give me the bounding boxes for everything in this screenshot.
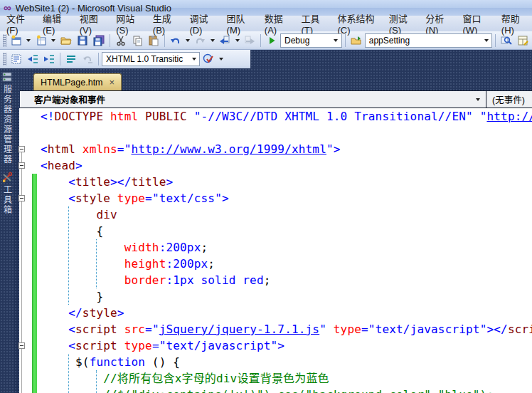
code-line[interactable]: <head>: [14, 157, 532, 174]
save-all-icon: [93, 35, 105, 46]
combo-dropdown[interactable]: [331, 34, 341, 47]
add-new-item-icon: [36, 35, 47, 46]
undo-format-icon: [82, 53, 93, 65]
code-line[interactable]: //将所有包含x字母的div设置背景色为蓝色: [14, 370, 532, 387]
navigate-backward-button[interactable]: [217, 33, 233, 48]
standard-toolbar: Debug appSetting: [0, 31, 532, 50]
cut-button[interactable]: [113, 33, 129, 48]
redo-arrow-icon: [194, 35, 206, 46]
new-project-icon: [11, 35, 22, 46]
paste-button[interactable]: [146, 33, 161, 48]
code-line[interactable]: <!DOCTYPE html PUBLIC "-//W3C//DTD XHTML…: [14, 108, 532, 125]
menu-bar: 文件(F) 编辑(E) 视图(V) 网站(S) 生成(B) 调试(D) 团队(M…: [0, 16, 532, 31]
toolbar-grip[interactable]: [3, 34, 6, 47]
html-source-editing-toolbar: XHTML 1.0 Transitic: [0, 50, 250, 68]
target-schema-value: XHTML 1.0 Transitic: [106, 54, 188, 64]
combo-dropdown[interactable]: [481, 34, 491, 47]
toolbar-separator: [98, 53, 99, 66]
code-line[interactable]: div: [14, 206, 532, 223]
navigate-backward-dropdown[interactable]: [233, 33, 241, 48]
new-project-button[interactable]: [9, 33, 24, 48]
toolbar-options-chevron-icon: [219, 58, 223, 61]
open-config-button[interactable]: [349, 33, 364, 48]
code-line[interactable]: <script type="text/javascript">: [14, 337, 532, 354]
document-outline-button[interactable]: [9, 51, 24, 67]
server-explorer-icon: [1, 71, 13, 83]
chevron-down-icon: [211, 39, 215, 42]
formatting-toolbar-row: XHTML 1.0 Transitic: [0, 50, 532, 68]
validate-document-icon: [203, 53, 214, 65]
chevron-down-icon: [235, 39, 240, 42]
find-in-files-button[interactable]: [499, 33, 514, 48]
open-file-button[interactable]: [58, 33, 74, 48]
cut-scissors-icon: [115, 35, 127, 46]
toolbar-grip[interactable]: [3, 53, 6, 66]
code-line[interactable]: [14, 125, 532, 141]
events-dropdown[interactable]: (无事件): [486, 91, 532, 108]
undo-button[interactable]: [168, 33, 183, 48]
add-new-item-button[interactable]: [33, 33, 49, 48]
code-line[interactable]: border:1px solid red;: [14, 272, 532, 288]
validate-document-button[interactable]: [201, 51, 216, 67]
code-line[interactable]: }: [14, 288, 532, 305]
open-folder-icon: [60, 35, 72, 46]
code-line[interactable]: $(function () {: [14, 354, 532, 370]
decrease-indent-button[interactable]: [25, 51, 41, 67]
redo-button[interactable]: [192, 33, 208, 48]
sidebar-item-toolbox[interactable]: 工具箱: [1, 172, 14, 215]
toolbar-options-button[interactable]: [217, 51, 225, 67]
config-target-combo[interactable]: appSetting: [365, 33, 492, 48]
left-tool-tabs: 服务器资源管理器 工具箱: [0, 68, 14, 393]
copy-icon: [132, 35, 143, 46]
increase-indent-button[interactable]: [41, 51, 57, 67]
toolbox-icon: [1, 172, 13, 183]
save-button[interactable]: [75, 33, 90, 48]
code-line[interactable]: </style>: [14, 305, 532, 321]
save-all-button[interactable]: [91, 33, 107, 48]
decrease-indent-icon: [27, 53, 38, 65]
toolbar-separator: [495, 34, 496, 47]
undo-dropdown[interactable]: [184, 33, 192, 48]
navigate-forward-icon: [244, 35, 255, 46]
tab-close-icon[interactable]: ×: [110, 79, 115, 86]
document-tab-htmlpage[interactable]: HTMLPage.htm ×: [33, 73, 122, 90]
code-lines[interactable]: <!DOCTYPE html PUBLIC "-//W3C//DTD XHTML…: [14, 108, 532, 393]
chevron-down-icon: [484, 39, 489, 42]
config-folder-icon: [351, 35, 362, 46]
add-new-item-dropdown[interactable]: [50, 33, 58, 48]
code-line[interactable]: <title></title>: [14, 174, 532, 190]
start-debugging-play-icon: [266, 35, 277, 46]
solution-configurations-combo[interactable]: Debug: [280, 33, 342, 48]
vs-window: ∞ WebSite1 (2) - Microsoft Visual Studio…: [0, 0, 532, 393]
toolbar-separator: [60, 53, 60, 66]
types-dropdown[interactable]: 客户端对象和事件: [20, 91, 486, 108]
code-editor[interactable]: <!DOCTYPE html PUBLIC "-//W3C//DTD XHTML…: [14, 108, 532, 393]
code-line[interactable]: {: [14, 223, 532, 239]
new-project-dropdown[interactable]: [25, 33, 33, 48]
combo-dropdown[interactable]: [188, 53, 199, 66]
tab-label: HTMLPage.htm: [41, 78, 103, 88]
sidebar-item-label: 工具箱: [1, 185, 14, 215]
code-line[interactable]: <script src="jSquery/jquery-1.7.1.js" ty…: [14, 321, 532, 337]
undo-arrow-icon: [170, 35, 181, 46]
solution-configurations-value: Debug: [284, 36, 331, 46]
navigate-forward-button[interactable]: [242, 33, 257, 48]
undo-format-button[interactable]: [80, 51, 95, 67]
sidebar-item-server-explorer[interactable]: 服务器资源管理器: [1, 71, 14, 164]
toolbar-separator: [260, 34, 261, 47]
start-debugging-button[interactable]: [264, 33, 280, 48]
code-line[interactable]: <style type="text/css">: [14, 190, 532, 206]
types-dropdown-value: 客户端对象和事件: [20, 93, 105, 106]
code-line[interactable]: //$("div:contains('x')").css("background…: [14, 387, 532, 393]
properties-window-button[interactable]: [515, 33, 531, 48]
code-line[interactable]: <html xmlns="http://www.w3.org/1999/xhtm…: [14, 141, 532, 157]
navigate-backward-icon: [219, 35, 230, 46]
target-schema-combo[interactable]: XHTML 1.0 Transitic: [102, 52, 200, 66]
format-document-button[interactable]: [63, 51, 79, 67]
code-line[interactable]: height:200px;: [14, 256, 532, 272]
redo-dropdown[interactable]: [208, 33, 216, 48]
code-line[interactable]: width:200px;: [14, 239, 532, 256]
chevron-down-icon: [334, 39, 338, 42]
document-well: 服务器资源管理器 工具箱 HTMLPage.htm × 客户端对象和事件: [0, 68, 532, 393]
copy-button[interactable]: [129, 33, 145, 48]
